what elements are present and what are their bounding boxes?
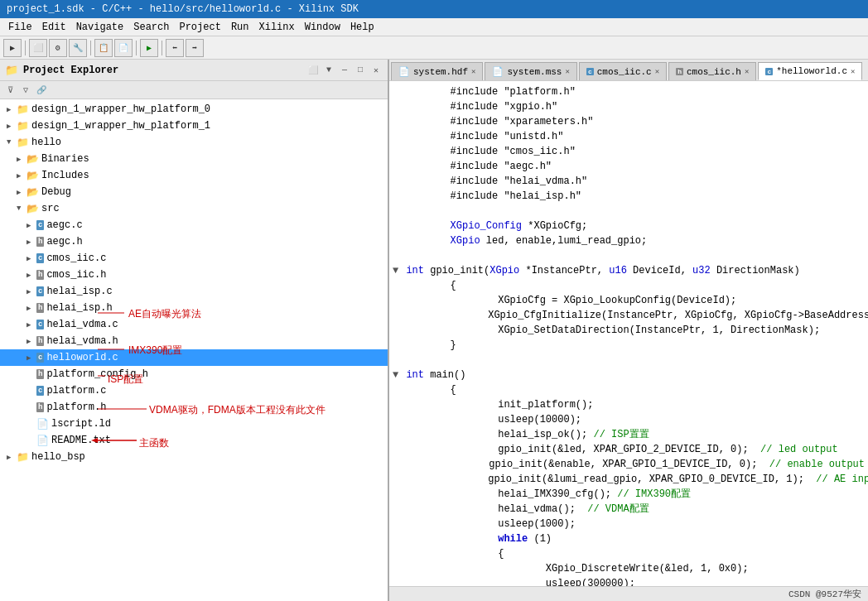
toolbar: ▶ ⬜ ⚙ 🔧 📋 📄 ▶ ⬅ ➡ <box>0 36 868 60</box>
tab-cmos-iic-c[interactable]: ccmos_iic.c✕ <box>579 62 667 80</box>
tree-item-18[interactable]: cplatform.c <box>0 382 388 399</box>
tab-close-cmos-iic-c[interactable]: ✕ <box>655 67 659 76</box>
code-content-8 <box>403 204 865 219</box>
tree-item-19[interactable]: hplatform.h <box>0 399 388 416</box>
code-content-23: helai_isp_ok(); // ISP置置 <box>403 427 865 442</box>
link-icon[interactable]: 🔗 <box>35 84 48 97</box>
tree-item-6[interactable]: ▶📂Debug <box>0 184 388 200</box>
menu-item-help[interactable]: Help <box>345 20 379 35</box>
tree-item-14[interactable]: ▶chelai_vdma.c <box>0 316 388 333</box>
tree-item-7[interactable]: ▼📂src <box>0 200 388 217</box>
tree-item-15[interactable]: ▶hhelai_vdma.h <box>0 333 388 349</box>
tab-system-mss[interactable]: 📄system.mss✕ <box>485 62 576 80</box>
code-content-19: int main() <box>400 368 865 382</box>
code-line-7: #include "helai_isp.h" <box>389 189 868 204</box>
tree-item-1[interactable]: ▶📁design_1_wrapper_hw_platform_0 <box>0 101 388 118</box>
code-line-12: ▼ int gpio_init(XGpio *InstancePtr, u16 … <box>389 263 868 278</box>
menu-item-search[interactable]: Search <box>128 20 174 35</box>
tree-item-10[interactable]: ▶ccmos_iic.c <box>0 250 388 267</box>
toolbar-btn-6[interactable]: 📄 <box>114 39 133 57</box>
tree-label-1: design_1_wrapper_hw_platform_0 <box>31 103 210 115</box>
tree-label-14: helai_vdma.c <box>46 319 118 330</box>
collapse-arrow-19[interactable]: ▼ <box>393 368 398 382</box>
menu-item-project[interactable]: Project <box>174 20 225 35</box>
code-line-21: init_platform(); <box>389 397 868 412</box>
tree-item-12[interactable]: ▶chelai_isp.c <box>0 283 388 300</box>
menu-item-edit[interactable]: Edit <box>37 20 71 35</box>
tree-item-13[interactable]: ▶hhelai_isp.h <box>0 300 388 316</box>
code-line-1: #include "xgpio.h" <box>389 99 868 114</box>
tab-close-system-hdf[interactable]: ✕ <box>471 67 475 76</box>
filter-icon[interactable]: ⊽ <box>3 84 17 97</box>
menu-item-window[interactable]: Window <box>300 20 345 35</box>
tab-helloworld-c[interactable]: c*helloworld.c✕ <box>758 62 862 80</box>
toolbar-btn-run[interactable]: ▶ <box>140 39 158 57</box>
tab-close-cmos-iic-h[interactable]: ✕ <box>745 67 749 76</box>
tree-item-16[interactable]: ▶chelloworld.c <box>0 349 388 366</box>
code-content-22: usleep(10000); <box>403 412 865 427</box>
code-line-14: XGpioCfg = XGpio_LookupConfig(DeviceId); <box>389 293 868 308</box>
tree-item-20[interactable]: 📄lscript.ld <box>0 416 388 432</box>
code-content-7: #include "helai_isp.h" <box>403 189 865 204</box>
code-line-24: gpio_init(&led, XPAR_GPIO_2_DEVICE_ID, 0… <box>389 442 868 457</box>
tab-cmos-iic-h[interactable]: hcmos_iic.h✕ <box>668 62 756 80</box>
code-line-5: #include "aegc.h" <box>389 159 868 174</box>
code-line-16: XGpio_SetDataDirection(InstancePtr, 1, D… <box>389 323 868 338</box>
explorer-close-icon[interactable]: ✕ <box>369 64 383 77</box>
tree-label-6: Debug <box>41 186 71 198</box>
tab-system-hdf[interactable]: 📄system.hdf✕ <box>391 62 483 80</box>
status-bar: CSDN @9527华安 <box>389 586 868 601</box>
code-content-18 <box>403 353 865 368</box>
code-content-11 <box>403 248 865 263</box>
explorer-menu-icon[interactable]: ▼ <box>322 64 335 77</box>
tree-item-11[interactable]: ▶hcmos_iic.h <box>0 267 388 283</box>
tree-item-9[interactable]: ▶haegc.h <box>0 233 388 250</box>
tree-item-3[interactable]: ▼📁hello <box>0 134 388 151</box>
explorer-header-icons: ⬜ ▼ — □ ✕ <box>306 64 383 77</box>
tree-item-22[interactable]: ▶📁hello_bsp <box>0 449 388 465</box>
tab-close-helloworld-c[interactable]: ✕ <box>851 67 855 76</box>
tree-item-17[interactable]: hplatform_config.h <box>0 366 388 382</box>
title-bar: project_1.sdk - C/C++ - hello/src/hellow… <box>0 0 868 18</box>
tree-item-5[interactable]: ▶📂Includes <box>0 167 388 184</box>
code-content-28: helai_vdma(); // VDMA配置 <box>403 502 865 517</box>
tab-close-system-mss[interactable]: ✕ <box>565 67 569 76</box>
toolbar-btn-3[interactable]: ⚙ <box>49 39 67 57</box>
code-line-22: usleep(10000); <box>389 412 868 427</box>
collapse-arrow-12[interactable]: ▼ <box>393 263 398 278</box>
menu-bar: FileEditNavigateSearchProjectRunXilinxWi… <box>0 18 868 36</box>
explorer-collapse-icon[interactable]: ⬜ <box>306 64 320 77</box>
toolbar-btn-1[interactable]: ▶ <box>3 39 22 57</box>
menu-item-run[interactable]: Run <box>226 20 254 35</box>
toolbar-btn-5[interactable]: 📋 <box>94 39 113 57</box>
toolbar-btn-4[interactable]: 🔧 <box>69 39 87 57</box>
code-line-6: #include "helai_vdma.h" <box>389 174 868 189</box>
toolbar-sep-1 <box>25 41 26 55</box>
explorer-title: Project Explorer <box>23 65 118 76</box>
menu-item-xilinx[interactable]: Xilinx <box>253 20 299 35</box>
code-line-2: #include "xparameters.h" <box>389 114 868 129</box>
explorer-maximize-icon[interactable]: □ <box>354 64 367 77</box>
code-line-23: helai_isp_ok(); // ISP置置 <box>389 427 868 442</box>
collapse-all-icon[interactable]: ▽ <box>19 84 32 97</box>
tree-item-8[interactable]: ▶caegc.c <box>0 217 388 233</box>
tree-label-9: aegc.h <box>46 236 82 248</box>
toolbar-btn-forward[interactable]: ➡ <box>186 39 204 57</box>
tree-item-2[interactable]: ▶📁design_1_wrapper_hw_platform_1 <box>0 118 388 134</box>
code-line-18 <box>389 353 868 368</box>
code-editor[interactable]: #include "platform.h" #include "xgpio.h"… <box>389 81 868 586</box>
toolbar-btn-2[interactable]: ⬜ <box>29 39 47 57</box>
code-content-20: { <box>403 382 865 397</box>
toolbar-btn-back[interactable]: ⬅ <box>166 39 184 57</box>
tree-item-4[interactable]: ▶📂Binaries <box>0 151 388 167</box>
code-content-24: gpio_init(&led, XPAR_GPIO_2_DEVICE_ID, 0… <box>403 442 865 457</box>
code-line-26: gpio_init(&lumi_read_gpio, XPAR_GPIO_0_D… <box>389 472 868 487</box>
code-content-14: XGpioCfg = XGpio_LookupConfig(DeviceId); <box>403 293 865 308</box>
code-content-3: #include "unistd.h" <box>403 129 865 144</box>
menu-item-file[interactable]: File <box>3 20 37 35</box>
tree-label-19: platform.h <box>46 401 106 413</box>
code-content-31: { <box>403 546 865 561</box>
menu-item-navigate[interactable]: Navigate <box>71 20 129 35</box>
explorer-minimize-icon[interactable]: — <box>338 64 351 77</box>
tree-item-21[interactable]: 📄README.txt <box>0 432 388 449</box>
